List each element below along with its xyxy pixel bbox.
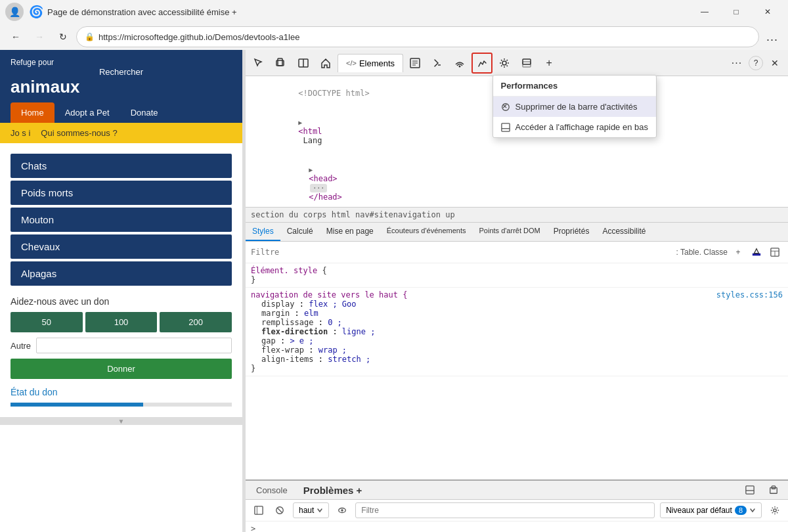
console-filter-input[interactable] xyxy=(355,502,655,518)
tab-title[interactable]: Page de démonstration avec accessibilité… xyxy=(47,7,690,17)
svg-rect-0 xyxy=(278,58,282,66)
forward-button[interactable]: → xyxy=(29,26,50,47)
console-body[interactable]: > xyxy=(246,521,788,532)
console-tab[interactable]: Console xyxy=(251,483,293,498)
title-bar: 👤 🌀 Page de démonstration avec accessibi… xyxy=(0,0,788,24)
donation-btn-100[interactable]: 100 xyxy=(85,312,158,332)
dom-line-head[interactable]: ▶ <head> ··· </head> xyxy=(246,155,788,208)
split-tool-button[interactable] xyxy=(293,53,314,74)
console-toolbar: haut Niveaux par défaut 8 xyxy=(246,500,788,521)
donation-other-label: Autre xyxy=(11,341,31,351)
submenu-item-2[interactable]: Qui sommes-nous ? xyxy=(41,128,117,138)
etat-label-text: État du xyxy=(11,387,42,397)
browser-chrome: 👤 🌀 Page de démonstration avec accessibi… xyxy=(0,0,788,50)
svg-line-27 xyxy=(278,508,282,513)
styles-tab-computed[interactable]: Calculé xyxy=(280,223,320,241)
filter-add-button[interactable]: + xyxy=(730,244,746,260)
home-tool-button[interactable] xyxy=(315,53,336,74)
browser-more-button[interactable]: ... xyxy=(762,26,783,47)
nav-item-adopt[interactable]: Adopt a Pet xyxy=(55,102,120,123)
nav-item-home[interactable]: Home xyxy=(11,102,55,123)
devtools-close-button[interactable]: ✕ xyxy=(764,53,785,74)
sources-tool-button[interactable] xyxy=(427,53,448,74)
maximize-button[interactable]: □ xyxy=(721,1,751,22)
close-button[interactable]: ✕ xyxy=(753,1,783,22)
donation-btn-50[interactable]: 50 xyxy=(11,312,83,332)
submenu-item-1[interactable]: Jo s i xyxy=(11,128,30,138)
filter-input[interactable] xyxy=(251,248,676,257)
performance-tool-button[interactable] xyxy=(471,53,492,74)
levels-badge: 8 xyxy=(735,506,747,515)
avatar: 👤 xyxy=(5,3,24,21)
url-bar[interactable]: 🔒 https://microsoftedge.github.io/Demos/… xyxy=(76,26,759,47)
styles-tab-accessibility[interactable]: Accessibilité xyxy=(596,223,652,241)
back-button[interactable]: ← xyxy=(5,26,26,47)
add-tool-button[interactable]: + xyxy=(538,53,559,74)
levels-select[interactable]: Niveaux par défaut 8 xyxy=(660,502,762,518)
style-prop-display: display : flex ; Goo xyxy=(261,299,783,309)
filter-layout-button[interactable] xyxy=(767,244,783,260)
nav-item-donate[interactable]: Donate xyxy=(120,102,169,123)
levels-label: Niveaux par défaut xyxy=(666,506,732,515)
nav-list-item-poids[interactable]: Poids morts xyxy=(11,181,232,205)
levels-chevron-icon xyxy=(749,507,756,514)
console-tool-button[interactable] xyxy=(405,53,426,74)
problems-tab[interactable]: Problèmes + xyxy=(298,482,368,499)
context-menu-quickview-label: Accéder à l'affichage rapide en bas xyxy=(515,122,648,132)
main-area: Refuge pour Rechercher animaux Home Adop… xyxy=(0,50,788,532)
nav-list-item-mouton[interactable]: Mouton xyxy=(11,208,232,232)
url-text: https://microsoftedge.github.io/Demos/de… xyxy=(98,32,751,42)
layers-tool-button[interactable] xyxy=(516,53,537,74)
svg-rect-14 xyxy=(501,123,509,131)
devtools-more-button[interactable]: ··· xyxy=(726,53,747,74)
donation-btn-200[interactable]: 200 xyxy=(160,312,232,332)
donation-other: Autre xyxy=(11,338,232,353)
styles-tab-breakpoints[interactable]: Points d'arrêt DOM xyxy=(473,223,547,241)
minimize-button[interactable]: — xyxy=(690,1,720,22)
nav-bar: ← → ↻ 🔒 https://microsoftedge.github.io/… xyxy=(0,24,788,50)
settings-tool-button[interactable] xyxy=(494,53,515,74)
website-panel-resize[interactable]: ▼ xyxy=(0,417,242,425)
styles-tab-properties[interactable]: Propriétés xyxy=(547,223,596,241)
styles-tab-events[interactable]: Écouteurs d'événements xyxy=(380,223,473,241)
context-menu-quick-view-item[interactable]: Accéder à l'affichage rapide en bas xyxy=(493,117,656,137)
style-prop-align-items: align-items : stretch ; xyxy=(261,355,783,364)
nav-list-item-alpagas[interactable]: Alpagas xyxy=(11,261,232,286)
devtools-help-button[interactable]: ? xyxy=(749,56,763,70)
reload-button[interactable]: ↻ xyxy=(53,26,74,47)
styles-tabs: Styles Calculé Mise en page Écouteurs d'… xyxy=(246,223,788,242)
console-gear-button[interactable] xyxy=(767,502,783,518)
donation-give-button[interactable]: Donner xyxy=(11,359,232,379)
site-content: Chats Poids morts Mouton Chevaux Alpagas… xyxy=(0,143,242,417)
edge-icon: 🌀 xyxy=(29,5,43,19)
elements-tab[interactable]: </> Elements xyxy=(338,54,403,72)
inspect-tool-button[interactable] xyxy=(248,53,269,74)
bottom-tab-btn-1[interactable] xyxy=(741,481,759,499)
context-menu-remove-item[interactable]: Supprimer de la barre d'activités xyxy=(493,97,656,117)
site-animaux-label: animaux xyxy=(11,77,232,97)
nav-list-item-chevaux[interactable]: Chevaux xyxy=(11,234,232,259)
site-refuge-label: Refuge pour xyxy=(11,58,232,67)
donation-title: Aidez-nous avec un don xyxy=(11,296,232,307)
remove-icon xyxy=(501,102,510,112)
site-nav-list: Chats Poids morts Mouton Chevaux Alpagas xyxy=(11,154,232,286)
haut-select[interactable]: haut xyxy=(293,502,329,518)
device-tool-button[interactable] xyxy=(271,53,292,74)
filter-color-button[interactable] xyxy=(749,244,764,260)
lock-icon: 🔒 xyxy=(85,32,95,41)
console-eye-btn[interactable] xyxy=(334,502,350,518)
styles-tab-layout[interactable]: Mise en page xyxy=(320,223,380,241)
bottom-tab-btn-2[interactable] xyxy=(764,481,783,499)
style-prop-gap: gap : > e ; xyxy=(261,336,783,345)
donation-other-input[interactable] xyxy=(36,338,232,353)
styles-tab-styles[interactable]: Styles xyxy=(246,223,280,241)
console-nav-btn[interactable] xyxy=(251,502,267,518)
svg-point-10 xyxy=(502,61,506,65)
style-rule-nav-close: } xyxy=(251,364,783,373)
svg-rect-20 xyxy=(746,486,754,494)
console-clear-btn[interactable] xyxy=(272,502,288,518)
style-rule-link[interactable]: styles.css:156 xyxy=(716,290,783,299)
nav-list-item-chats[interactable]: Chats xyxy=(11,154,232,178)
network-tool-button[interactable] xyxy=(449,53,470,74)
website-panel: Refuge pour Rechercher animaux Home Adop… xyxy=(0,50,243,532)
